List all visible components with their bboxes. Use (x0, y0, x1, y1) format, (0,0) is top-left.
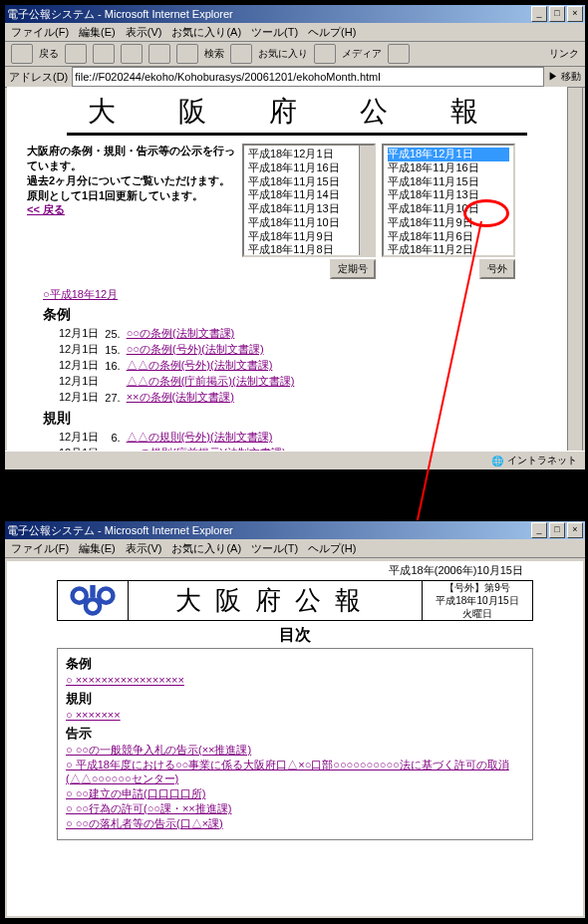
back-icon[interactable] (11, 44, 33, 64)
list-item[interactable]: 平成18年11月16日 (248, 161, 370, 175)
stop-icon[interactable] (93, 44, 115, 64)
table-row: 12月1日25.○○の条例(法制文書課) (59, 326, 300, 342)
teiki-button[interactable]: 定期号 (330, 259, 376, 279)
doc-link[interactable]: ○○の条例(法制文書課) (127, 327, 235, 339)
menu-tools[interactable]: ツール(T) (251, 25, 298, 40)
menu-help[interactable]: ヘルプ(H) (308, 541, 356, 556)
title-cell: ○○の条例(法制文書課) (127, 326, 301, 342)
list-item[interactable]: 平成18年11月14日 (248, 188, 370, 202)
month-link[interactable]: ○平成18年12月 (43, 287, 118, 302)
list-item[interactable]: 平成18年12月1日 (388, 148, 509, 161)
address-input[interactable] (72, 67, 544, 87)
intro-line: 大阪府の条例・規則・告示等の公示を行っています。 (27, 144, 236, 173)
list-item[interactable]: 平成18年11月8日 (248, 243, 370, 257)
menu-file[interactable]: ファイル(F) (11, 25, 69, 40)
back-link[interactable]: << 戻る (27, 203, 65, 215)
close-icon[interactable]: × (567, 522, 583, 538)
table-row: 12月1日15.○○の条例(号外)(法制文書課) (59, 342, 300, 358)
list-item[interactable]: 平成18年11月15日 (388, 175, 509, 189)
date-cell: 12月1日 (59, 326, 105, 342)
list-item[interactable]: 平成18年11月13日 (248, 202, 370, 216)
list-item[interactable]: 平成18年11月9日 (388, 216, 509, 230)
menu-tools[interactable]: ツール(T) (251, 541, 298, 556)
toc-link[interactable]: ○ 平成18年度における○○事業に係る大阪府口△×○口部○○○○○○○○○○法に… (66, 759, 509, 785)
search-icon[interactable] (176, 44, 198, 64)
teiki-listbox[interactable]: 平成18年12月1日平成18年11月16日平成18年11月15日平成18年11月… (242, 144, 376, 257)
menu-fav[interactable]: お気に入り(A) (171, 541, 241, 556)
list-item[interactable]: 平成18年11月10日 (248, 216, 370, 230)
list-item[interactable]: 平成18年11月9日 (248, 230, 370, 244)
menu-view[interactable]: 表示(V) (126, 541, 162, 556)
date-cell: 12月1日 (59, 358, 105, 374)
toc-link[interactable]: ○ ○○建立の申請(口口口口所) (66, 787, 205, 799)
back-label[interactable]: 戻る (39, 47, 59, 61)
menu-edit[interactable]: 編集(E) (79, 541, 116, 556)
address-bar: アドレス(D) ▶ 移動 (5, 67, 585, 88)
maximize-icon[interactable]: □ (549, 522, 565, 538)
list-item: ○ 平成18年度における○○事業に係る大阪府口△×○口部○○○○○○○○○○法に… (66, 758, 524, 787)
svg-point-2 (73, 588, 87, 602)
menu-file[interactable]: ファイル(F) (11, 541, 69, 556)
gogai-listbox[interactable]: 平成18年12月1日平成18年11月16日平成18年11月15日平成18年11月… (382, 144, 515, 257)
fav-label[interactable]: お気に入り (258, 47, 308, 61)
svg-rect-5 (90, 585, 95, 597)
menu-help[interactable]: ヘルプ(H) (308, 25, 356, 40)
list-item[interactable]: 平成18年11月15日 (248, 175, 370, 189)
list-item[interactable]: 平成18年12月1日 (248, 148, 370, 161)
doc-link[interactable]: ××の条例(法制文書課) (127, 391, 234, 403)
scrollbar-icon[interactable] (359, 146, 374, 255)
list-item[interactable]: 平成18年11月6日 (388, 230, 509, 244)
intro-text: 大阪府の条例・規則・告示等の公示を行っています。 過去2ヶ月分についてご覧いただ… (27, 144, 236, 217)
list-item[interactable]: 平成18年11月13日 (388, 188, 509, 202)
toc-link[interactable]: ○ ○○の落札者等の告示(口△×課) (66, 817, 223, 829)
history-icon[interactable] (388, 44, 410, 64)
gogai-button[interactable]: 号外 (479, 259, 515, 279)
num-cell (105, 374, 126, 390)
media-label[interactable]: メディア (342, 47, 382, 61)
fwd-icon[interactable] (65, 44, 87, 64)
doc-link[interactable]: ○○の条例(号外)(法制文書課) (127, 343, 264, 355)
issue-box: 【号外】第9号 平成18年10月15日 火曜日 (423, 580, 533, 621)
window-sys-buttons: _ □ × (531, 6, 583, 22)
maximize-icon[interactable]: □ (549, 6, 565, 22)
home-icon[interactable] (148, 44, 170, 64)
media-icon[interactable] (314, 44, 336, 64)
menu-edit[interactable]: 編集(E) (79, 25, 116, 40)
refresh-icon[interactable] (121, 44, 143, 64)
list-item: ○ ○○の落札者等の告示(口△×課) (66, 816, 524, 831)
list-item[interactable]: 平成18年11月16日 (388, 161, 509, 175)
search-label[interactable]: 検索 (204, 47, 224, 61)
title-cell: △△の条例(号外)(法制文書課) (127, 358, 301, 374)
titlebar: 電子公報システム - Microsoft Internet Explorer _… (5, 5, 585, 23)
links-label[interactable]: リンク (549, 47, 579, 61)
doc-link[interactable]: △△の条例(庁前掲示)(法制文書課) (127, 375, 295, 387)
toc-link[interactable]: ○ ○○行為の許可(○○課・××推進課) (66, 802, 231, 814)
top-window: 電子公報システム - Microsoft Internet Explorer _… (4, 4, 586, 470)
globe-icon: 🌐 (491, 456, 503, 466)
issue-date: 平成18年(2006年)10月15日 (7, 561, 583, 580)
toc-link[interactable]: ○ ××××××× (66, 709, 121, 721)
close-icon[interactable]: × (567, 6, 583, 22)
toc-link[interactable]: ○ ○○の一般競争入札の告示(××推進課) (66, 744, 251, 756)
menu-fav[interactable]: お気に入り(A) (171, 25, 241, 40)
go-button[interactable]: ▶ 移動 (548, 70, 581, 84)
vertical-scrollbar[interactable] (567, 87, 583, 452)
list-item[interactable]: 平成18年11月2日 (388, 243, 509, 257)
issue-dt: 平成18年10月15日 (423, 594, 532, 607)
menubar: ファイル(F) 編集(E) 表示(V) お気に入り(A) ツール(T) ヘルプ(… (5, 539, 585, 558)
list-item: ○ ○○行為の許可(○○課・××推進課) (66, 801, 524, 816)
minimize-icon[interactable]: _ (531, 6, 547, 22)
osaka-logo-icon (57, 580, 129, 621)
doc-link[interactable]: △△の規則(号外)(法制文書課) (127, 431, 273, 443)
toc-link[interactable]: ○ ××××××××××××××××× (66, 674, 184, 686)
addr-label: アドレス(D) (9, 70, 68, 85)
menu-view[interactable]: 表示(V) (126, 25, 162, 40)
svg-point-3 (99, 588, 113, 602)
doc-link[interactable]: △△の条例(号外)(法制文書課) (127, 359, 273, 371)
list-item: ○ ○○建立の申請(口口口口所) (66, 786, 524, 801)
num-cell: 25. (105, 326, 126, 342)
favorites-icon[interactable] (230, 44, 252, 64)
minimize-icon[interactable]: _ (531, 522, 547, 538)
table-row: 12月1日27.××の条例(法制文書課) (59, 390, 300, 406)
list-item[interactable]: 平成18年11月10日 (388, 202, 509, 216)
